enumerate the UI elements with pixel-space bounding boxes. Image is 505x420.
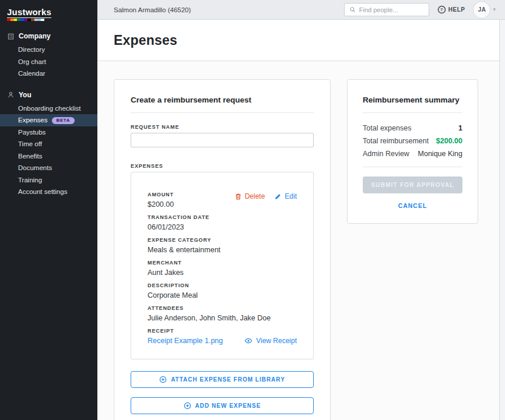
expense-card: AMOUNT $200.00 Delete: [131, 172, 314, 359]
sidebar-item-label: Directory: [18, 46, 45, 53]
edit-expense-button[interactable]: Edit: [274, 192, 297, 200]
field-amount: AMOUNT $200.00: [148, 192, 174, 209]
expenses-label: EXPENSES: [131, 163, 314, 169]
field-attendees: ATTENDEES Julie Anderson, John Smith, Ja…: [148, 305, 297, 322]
field-description: DESCRIPTION Corporate Meal: [148, 283, 297, 299]
avatar[interactable]: JA: [473, 1, 490, 19]
sidebar-item-label: Onboarding checklist: [18, 105, 80, 112]
summary-row-admin-review: Admin Review Monique King: [363, 150, 462, 158]
section-header-company: Company: [0, 30, 97, 42]
person-icon: [7, 91, 15, 98]
field-value: $200.00: [148, 200, 174, 209]
trash-icon: [234, 193, 242, 200]
field-label: AMOUNT: [148, 192, 174, 197]
sidebar-item-label: Calendar: [18, 70, 45, 77]
request-name-label: REQUEST NAME: [131, 124, 314, 130]
summary-row-label: Total expenses: [363, 124, 411, 132]
attach-expense-label: ATTACH EXPENSE FROM LIBRARY: [171, 376, 285, 383]
summary-row-value: 1: [458, 124, 462, 132]
pride-stripe: [7, 19, 44, 21]
reimbursement-form-card: Create a reimbursement request REQUEST N…: [114, 79, 331, 420]
field-label: TRANSACTION DATE: [148, 214, 297, 220]
sidebar: Justworks Company Directory Org chart Ca…: [0, 0, 97, 420]
edit-label: Edit: [285, 192, 297, 200]
cancel-button[interactable]: CANCEL: [363, 202, 462, 209]
view-receipt-button[interactable]: View Receipt: [244, 337, 297, 345]
sidebar-item-label: Expenses: [18, 117, 48, 123]
svg-text:?: ?: [440, 7, 443, 12]
field-label: MERCHANT: [148, 260, 297, 266]
delete-label: Delete: [245, 192, 265, 200]
sidebar-item-account-settings[interactable]: Account settings: [0, 186, 97, 198]
sidebar-item-org-chart[interactable]: Org chart: [0, 56, 97, 68]
scrollbar-track[interactable]: [499, 20, 505, 420]
sidebar-item-expenses[interactable]: ExpensesBETA: [0, 114, 97, 126]
search-box[interactable]: [344, 3, 429, 16]
delete-expense-button[interactable]: Delete: [234, 192, 265, 200]
add-expense-label: ADD NEW EXPENSE: [195, 403, 261, 409]
field-transaction-date: TRANSACTION DATE 06/01/2023: [148, 214, 297, 231]
field-value: 06/01/2023: [148, 223, 297, 231]
sidebar-item-calendar[interactable]: Calendar: [0, 68, 97, 80]
nav-section-you: You Onboarding checklist ExpensesBETA Pa…: [0, 89, 97, 198]
field-label: ATTENDEES: [148, 305, 297, 311]
sidebar-item-benefits[interactable]: Benefits: [0, 150, 97, 163]
justworks-logo-text: Justworks: [7, 7, 51, 18]
sidebar-item-onboarding-checklist[interactable]: Onboarding checklist: [0, 103, 97, 115]
receipt-file-link[interactable]: Receipt Example 1.png: [148, 337, 223, 345]
user-menu[interactable]: JA ▾: [473, 1, 496, 19]
summary-row-value: Monique King: [418, 150, 462, 158]
summary-title: Reimbursement summary: [363, 96, 462, 104]
nav-section-company: Company Directory Org chart Calendar: [0, 30, 97, 80]
receipt-label: RECEIPT: [148, 328, 297, 334]
sidebar-item-label: Paystubs: [18, 129, 45, 136]
sidebar-item-documents[interactable]: Documents: [0, 162, 97, 174]
request-name-input[interactable]: [131, 133, 314, 147]
plus-circle-icon: [184, 402, 191, 410]
attach-expense-from-library-button[interactable]: ATTACH EXPENSE FROM LIBRARY: [131, 371, 314, 388]
help-button[interactable]: ? HELP: [437, 5, 465, 14]
topbar: Salmon Armadillo (46520) ? HELP JA ▾: [97, 0, 505, 20]
sidebar-item-directory[interactable]: Directory: [0, 44, 97, 56]
field-merchant: MERCHANT Aunt Jakes: [148, 260, 297, 277]
search-icon: [349, 6, 356, 13]
chevron-down-icon: ▾: [493, 7, 496, 12]
pencil-icon: [274, 193, 282, 200]
eye-icon: [244, 337, 253, 345]
add-new-expense-button[interactable]: ADD NEW EXPENSE: [131, 397, 314, 414]
section-label: You: [19, 91, 31, 99]
page-title: Expenses: [114, 33, 177, 48]
sidebar-item-label: Org chart: [18, 58, 46, 65]
summary-row-label: Total reimbursement: [363, 137, 429, 145]
field-receipt: RECEIPT Receipt Example 1.png View Recei…: [148, 328, 297, 345]
reimbursement-summary-card: Reimbursement summary Total expenses 1 T…: [347, 79, 478, 224]
page-header: Expenses: [97, 20, 499, 61]
field-value: Julie Anderson, John Smith, Jake Doe: [148, 314, 297, 322]
summary-row-total-expenses: Total expenses 1: [363, 124, 462, 132]
justworks-logo[interactable]: Justworks: [0, 0, 51, 21]
divider: [131, 112, 314, 113]
view-receipt-label: View Receipt: [256, 337, 297, 345]
help-label: HELP: [448, 6, 465, 13]
building-icon: [7, 33, 15, 40]
section-header-you: You: [0, 89, 97, 101]
divider: [363, 112, 462, 113]
section-label: Company: [19, 32, 51, 40]
content: Create a reimbursement request REQUEST N…: [97, 61, 499, 420]
summary-row-total-reimbursement: Total reimbursement $200.00: [363, 137, 462, 145]
sidebar-item-time-off[interactable]: Time off: [0, 138, 97, 150]
beta-badge: BETA: [52, 117, 75, 124]
stripe-segment: [41, 19, 44, 21]
search-input[interactable]: [359, 6, 424, 13]
submit-for-approval-button[interactable]: SUBMIT FOR APPROVAL: [363, 177, 462, 193]
sidebar-item-label: Documents: [18, 164, 52, 171]
sidebar-item-paystubs[interactable]: Paystubs: [0, 126, 97, 139]
summary-row-value: $200.00: [436, 137, 462, 145]
sidebar-item-label: Account settings: [18, 188, 67, 195]
sidebar-item-label: Training: [18, 177, 42, 183]
sidebar-item-label: Time off: [18, 140, 42, 147]
field-expense-category: EXPENSE CATEGORY Meals & entertainment: [148, 237, 297, 254]
sidebar-item-training[interactable]: Training: [0, 174, 97, 186]
sidebar-item-label: Benefits: [18, 153, 43, 160]
company-name: Salmon Armadillo (46520): [114, 6, 191, 13]
